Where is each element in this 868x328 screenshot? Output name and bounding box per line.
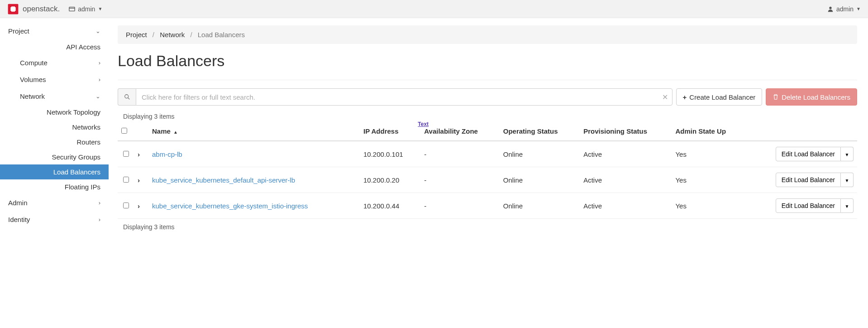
chevron-right-icon: › bbox=[99, 76, 100, 83]
trash-icon bbox=[773, 94, 779, 100]
brand-text: openstack. bbox=[23, 5, 60, 14]
user-icon bbox=[827, 6, 834, 12]
edit-load-balancer-button[interactable]: Edit Load Balancer bbox=[776, 147, 841, 161]
cell-az: - bbox=[420, 167, 499, 193]
sort-asc-icon: ▲ bbox=[173, 130, 178, 135]
sidebar-item-network[interactable]: Network ⌄ bbox=[0, 88, 109, 105]
select-all-checkbox[interactable] bbox=[121, 128, 127, 134]
row-checkbox[interactable] bbox=[123, 203, 129, 208]
user-menu[interactable]: admin ▼ bbox=[827, 5, 861, 13]
cell-op-status: Online bbox=[500, 141, 580, 167]
breadcrumb-current: Load Balancers bbox=[198, 31, 245, 39]
sidebar-label: Admin bbox=[8, 199, 28, 207]
divider bbox=[118, 80, 857, 80]
lb-name-link[interactable]: kube_service_kubernetes_gke-system_istio… bbox=[152, 202, 308, 210]
breadcrumb-network[interactable]: Network bbox=[160, 31, 185, 39]
sidebar-label: Compute bbox=[20, 59, 48, 67]
col-prov-status[interactable]: Provisioning Status bbox=[580, 122, 672, 141]
search-input[interactable] bbox=[136, 88, 672, 106]
edit-load-balancer-button[interactable]: Edit Load Balancer bbox=[776, 198, 841, 213]
col-op-status[interactable]: Operating Status bbox=[500, 122, 580, 141]
sidebar-item-project[interactable]: Project ⌄ bbox=[0, 23, 109, 39]
project-selector-label: admin bbox=[78, 5, 95, 13]
chevron-down-icon: ⌄ bbox=[95, 93, 100, 100]
svg-rect-1 bbox=[10, 6, 15, 11]
cell-prov-status: Active bbox=[580, 141, 672, 167]
row-checkbox[interactable] bbox=[123, 177, 129, 183]
row-actions-dropdown[interactable]: ▼ bbox=[841, 173, 854, 187]
edit-load-balancer-button[interactable]: Edit Load Balancer bbox=[776, 173, 841, 187]
sidebar-item-routers[interactable]: Routers bbox=[0, 135, 109, 150]
cell-admin-up: Yes bbox=[672, 193, 746, 219]
sidebar-label: Project bbox=[8, 27, 29, 35]
svg-point-9 bbox=[124, 95, 128, 98]
lb-name-link[interactable]: kube_service_kubernetes_default_api-serv… bbox=[152, 176, 295, 184]
display-count-bottom: Displaying 3 items bbox=[118, 218, 857, 232]
sidebar-item-admin[interactable]: Admin › bbox=[0, 194, 109, 211]
row-actions-dropdown[interactable]: ▼ bbox=[841, 147, 854, 161]
sidebar-item-volumes[interactable]: Volumes › bbox=[0, 71, 109, 88]
sidebar-label: Network bbox=[20, 92, 45, 100]
sidebar-item-network-topology[interactable]: Network Topology bbox=[0, 105, 109, 120]
col-az[interactable]: Text Availability Zone bbox=[420, 122, 499, 141]
search-wrap: ✕ bbox=[118, 88, 672, 106]
search-icon bbox=[124, 94, 130, 100]
load-balancer-table: Name ▲ IP Address Text Availability Zone… bbox=[118, 122, 857, 218]
cell-prov-status: Active bbox=[580, 193, 672, 219]
project-icon bbox=[69, 6, 75, 12]
plus-icon: + bbox=[683, 93, 687, 101]
main-content: Project / Network / Load Balancers Load … bbox=[109, 18, 868, 232]
cell-ip: 10.200.0.20 bbox=[360, 167, 420, 193]
row-checkbox[interactable] bbox=[123, 151, 129, 157]
create-load-balancer-button[interactable]: + Create Load Balancer bbox=[676, 88, 763, 106]
expand-row-icon[interactable]: › bbox=[138, 202, 140, 210]
project-selector[interactable]: admin ▼ bbox=[69, 5, 102, 13]
col-label: Availability Zone bbox=[424, 127, 478, 135]
sidebar: Project ⌄ API Access Compute › Volumes ›… bbox=[0, 18, 109, 232]
search-button[interactable] bbox=[118, 88, 136, 106]
chevron-right-icon: › bbox=[99, 199, 100, 206]
cell-admin-up: Yes bbox=[672, 141, 746, 167]
sidebar-item-networks[interactable]: Networks bbox=[0, 120, 109, 135]
display-count-top: Displaying 3 items bbox=[118, 111, 857, 122]
expand-row-icon[interactable]: › bbox=[138, 150, 140, 158]
col-label: Name bbox=[152, 127, 171, 135]
sidebar-item-compute[interactable]: Compute › bbox=[0, 54, 109, 71]
expand-row-icon[interactable]: › bbox=[138, 176, 140, 184]
lb-name-link[interactable]: abm-cp-lb bbox=[152, 150, 182, 158]
sidebar-item-floating-ips[interactable]: Floating IPs bbox=[0, 179, 109, 194]
svg-rect-4 bbox=[10, 11, 11, 12]
cell-op-status: Online bbox=[500, 167, 580, 193]
caret-down-icon: ▼ bbox=[856, 6, 861, 11]
sidebar-item-load-balancers[interactable]: Load Balancers bbox=[0, 164, 109, 179]
svg-line-10 bbox=[128, 98, 129, 100]
caret-down-icon: ▼ bbox=[98, 6, 102, 11]
chevron-right-icon: › bbox=[99, 59, 100, 66]
table-area: Displaying 3 items Name ▲ IP Address bbox=[118, 111, 857, 232]
cell-az: - bbox=[420, 141, 499, 167]
svg-rect-3 bbox=[15, 5, 16, 7]
cell-ip: 10.200.0.101 bbox=[360, 141, 420, 167]
sidebar-item-identity[interactable]: Identity › bbox=[0, 211, 109, 228]
col-name[interactable]: Name ▲ bbox=[148, 122, 360, 141]
sidebar-item-api-access[interactable]: API Access bbox=[0, 39, 109, 54]
clear-search-icon[interactable]: ✕ bbox=[662, 93, 668, 101]
page-title: Load Balancers bbox=[118, 52, 868, 70]
col-ip[interactable]: IP Address bbox=[360, 122, 420, 141]
row-actions-dropdown[interactable]: ▼ bbox=[841, 198, 854, 213]
breadcrumb-project[interactable]: Project bbox=[126, 31, 147, 39]
breadcrumb-sep: / bbox=[153, 31, 154, 39]
cell-prov-status: Active bbox=[580, 167, 672, 193]
breadcrumb: Project / Network / Load Balancers bbox=[118, 25, 857, 44]
sidebar-label: Identity bbox=[8, 216, 30, 223]
table-header-row: Name ▲ IP Address Text Availability Zone… bbox=[118, 122, 857, 141]
cell-ip: 10.200.0.44 bbox=[360, 193, 420, 219]
brand[interactable]: openstack. bbox=[7, 3, 60, 15]
topnav-left: openstack. admin ▼ bbox=[7, 3, 102, 15]
table-row: ›kube_service_kubernetes_default_api-ser… bbox=[118, 167, 857, 193]
table-row: ›kube_service_kubernetes_gke-system_isti… bbox=[118, 193, 857, 219]
delete-load-balancers-button[interactable]: Delete Load Balancers bbox=[766, 88, 857, 106]
chevron-down-icon: ⌄ bbox=[95, 28, 100, 34]
col-admin-up[interactable]: Admin State Up bbox=[672, 122, 746, 141]
sidebar-item-security-groups[interactable]: Security Groups bbox=[0, 150, 109, 164]
